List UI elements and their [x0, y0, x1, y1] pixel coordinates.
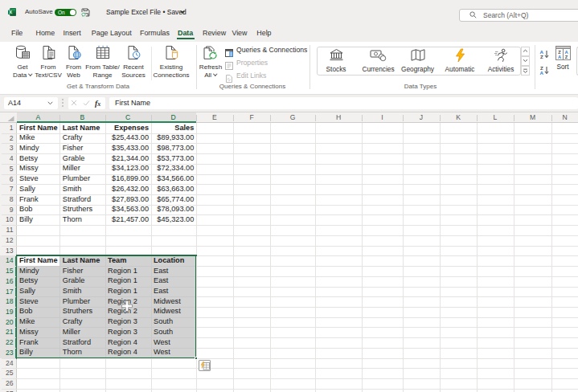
svg-text:X: X — [9, 10, 12, 14]
svg-text:Z: Z — [540, 54, 543, 59]
svg-text:Z: Z — [564, 54, 568, 59]
svg-text:A: A — [540, 70, 544, 76]
